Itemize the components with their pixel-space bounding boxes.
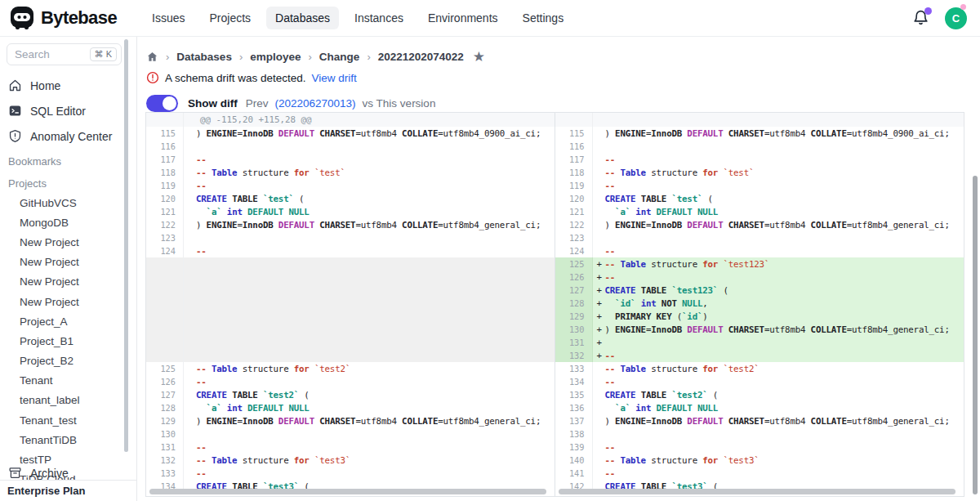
code-line: ) ENGINE=InnoDB DEFAULT CHARSET=utf8mb4 … bbox=[605, 128, 950, 139]
page-scrollbar[interactable] bbox=[973, 176, 978, 494]
sidebar-scrollbar[interactable] bbox=[124, 39, 128, 452]
line-number: 132 bbox=[555, 349, 593, 362]
breadcrumb-separator: › bbox=[309, 51, 312, 63]
breadcrumb-item-databases[interactable]: Databases bbox=[176, 51, 232, 63]
project-item[interactable]: TenantTiDB bbox=[0, 430, 131, 450]
code-line: `a` int DEFAULT NULL bbox=[605, 207, 719, 217]
breadcrumb-item-change[interactable]: Change bbox=[319, 51, 360, 63]
warning-icon bbox=[146, 71, 159, 84]
code-line: `a` int DEFAULT NULL bbox=[605, 403, 719, 414]
code-line: PRIMARY KEY (`id`) bbox=[605, 311, 708, 322]
nav-item-databases[interactable]: Databases bbox=[266, 7, 339, 29]
line-number: 127 bbox=[146, 388, 184, 401]
project-item[interactable]: Project_A bbox=[0, 311, 131, 331]
breadcrumb-separator: › bbox=[367, 51, 370, 63]
code-line: ) ENGINE=InnoDB DEFAULT CHARSET=utf8mb4 … bbox=[196, 220, 541, 230]
schema-drift-banner: A schema drift was detected. View drift bbox=[137, 65, 980, 84]
code-line: -- bbox=[196, 154, 207, 165]
sidebar-item-anomaly-center[interactable]: Anomaly Center bbox=[0, 123, 131, 149]
line-number: 130 bbox=[146, 427, 184, 441]
avatar[interactable]: C bbox=[945, 7, 967, 29]
line-number: 120 bbox=[555, 192, 593, 205]
nav-item-environments[interactable]: Environments bbox=[419, 7, 507, 29]
bytebase-logo[interactable]: Bytebase bbox=[0, 6, 128, 30]
code-line: -- Table structure for `test2` bbox=[605, 364, 760, 374]
line-number: 117 bbox=[146, 153, 184, 166]
view-drift-link[interactable]: View drift bbox=[312, 72, 357, 84]
diff-sign: + bbox=[593, 298, 605, 309]
breadcrumb-item-version[interactable]: 20221202074022 bbox=[378, 51, 464, 63]
search-input[interactable]: Search ⌘ K bbox=[7, 43, 122, 65]
prev-version-link[interactable]: (202206270013) bbox=[275, 97, 356, 110]
nav-right: C bbox=[912, 7, 980, 29]
sidebar-item-sql-editor[interactable]: SQL Editor bbox=[0, 98, 131, 123]
line-number: 115 bbox=[146, 127, 184, 140]
diff-added-line: 129+ PRIMARY KEY (`id`) bbox=[555, 310, 964, 323]
breadcrumb-item-employee[interactable]: employee bbox=[250, 51, 301, 63]
project-item[interactable]: New Project bbox=[0, 272, 131, 292]
prev-label: Prev bbox=[246, 97, 269, 110]
line-number bbox=[146, 113, 184, 127]
diff-right-hscrollbar[interactable] bbox=[559, 489, 956, 494]
diff-line: 121 `a` int DEFAULT NULL bbox=[555, 205, 964, 218]
nav-item-issues[interactable]: Issues bbox=[143, 7, 194, 29]
code-line: -- Table structure for `test2` bbox=[196, 364, 350, 374]
line-number: 121 bbox=[555, 205, 593, 218]
diff-left-hscrollbar[interactable] bbox=[149, 489, 546, 494]
line-number: 136 bbox=[555, 401, 593, 414]
star-icon[interactable]: ★ bbox=[473, 50, 485, 64]
vs-label: vs This version bbox=[363, 97, 436, 110]
diff-added-line: 132+-- bbox=[555, 349, 964, 362]
project-item[interactable]: MongoDB bbox=[0, 212, 131, 232]
line-number: 116 bbox=[146, 140, 184, 153]
sidebar-item-home[interactable]: Home bbox=[0, 73, 131, 98]
nav-item-settings[interactable]: Settings bbox=[514, 7, 573, 29]
diff-hunk-header bbox=[555, 113, 964, 127]
line-number: 125 bbox=[146, 362, 184, 375]
diff-line: 137) ENGINE=InnoDB DEFAULT CHARSET=utf8m… bbox=[555, 414, 964, 427]
line-number: 124 bbox=[146, 244, 184, 257]
code-line: -- Table structure for `test123` bbox=[605, 259, 770, 270]
diff-filler-row bbox=[146, 297, 555, 310]
notifications-button[interactable] bbox=[912, 9, 930, 27]
archive-icon bbox=[8, 466, 22, 480]
diff-sign: + bbox=[593, 272, 605, 283]
show-diff-toggle[interactable] bbox=[146, 95, 178, 112]
diff-line: 133-- Table structure for `test2` bbox=[555, 362, 964, 375]
line-number: 116 bbox=[555, 140, 593, 153]
line-number: 140 bbox=[555, 454, 593, 467]
line-number: 126 bbox=[146, 375, 184, 388]
search-shortcut-badge: ⌘ K bbox=[90, 47, 117, 61]
line-number bbox=[146, 297, 184, 310]
code-line: ) ENGINE=InnoDB DEFAULT CHARSET=utf8mb4 … bbox=[196, 416, 541, 427]
project-item[interactable]: Project_B2 bbox=[0, 351, 131, 371]
line-number: 128 bbox=[555, 297, 593, 310]
project-item[interactable]: tenant_label bbox=[0, 391, 131, 410]
diff-line: 122) ENGINE=InnoDB DEFAULT CHARSET=utf8m… bbox=[146, 218, 555, 231]
diff-line: 136 `a` int DEFAULT NULL bbox=[555, 401, 964, 414]
nav-item-projects[interactable]: Projects bbox=[201, 7, 261, 29]
code-line: -- bbox=[196, 442, 207, 453]
code-line: -- bbox=[196, 468, 207, 479]
code-line: -- bbox=[605, 377, 616, 387]
diff-line: 118-- Table structure for `test` bbox=[555, 166, 964, 179]
line-number: 123 bbox=[146, 231, 184, 244]
project-item[interactable]: New Project bbox=[0, 292, 131, 311]
drift-message: A schema drift was detected. bbox=[165, 72, 306, 84]
breadcrumb-home-icon[interactable] bbox=[146, 51, 158, 63]
project-item[interactable]: GitHubVCS bbox=[0, 193, 131, 212]
code-line: ) ENGINE=InnoDB DEFAULT CHARSET=utf8mb4 … bbox=[605, 324, 950, 335]
project-item[interactable]: New Project bbox=[0, 253, 131, 272]
diff-filler-row bbox=[146, 271, 555, 284]
line-number: 133 bbox=[146, 467, 184, 480]
line-number: 138 bbox=[555, 427, 593, 441]
code-line: -- bbox=[605, 442, 616, 453]
project-item[interactable]: Tenant bbox=[0, 371, 131, 391]
line-number: 122 bbox=[555, 218, 593, 231]
diff-line: 116 bbox=[555, 140, 964, 153]
project-item[interactable]: New Project bbox=[0, 232, 131, 252]
project-item[interactable]: Project_B1 bbox=[0, 331, 131, 351]
nav-item-instances[interactable]: Instances bbox=[345, 7, 412, 29]
line-number: 125 bbox=[555, 257, 593, 271]
project-item[interactable]: Tenant_test bbox=[0, 410, 131, 430]
